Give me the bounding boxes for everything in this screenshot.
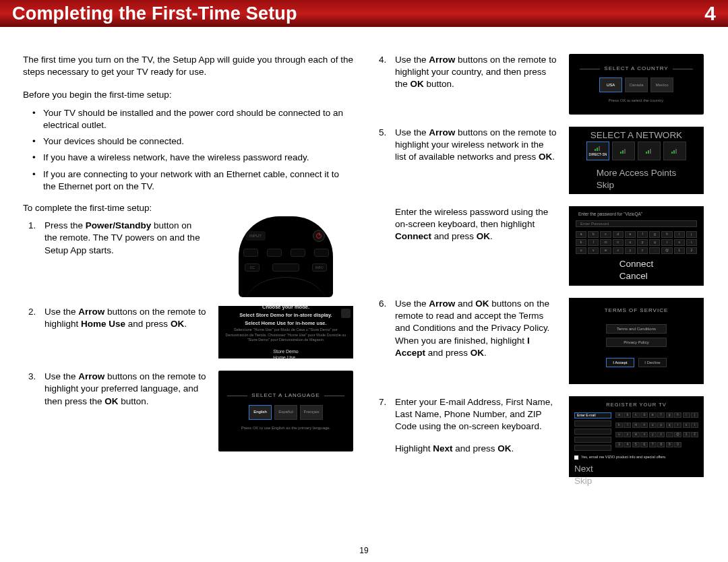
key: s	[683, 423, 690, 428]
key: q	[666, 423, 673, 428]
before-lead: Before you begin the first-time setup:	[23, 89, 353, 101]
key: e	[625, 231, 636, 238]
power-icon	[313, 230, 325, 242]
key: l	[624, 423, 631, 428]
key: r	[661, 239, 672, 246]
key: @	[661, 247, 672, 254]
country-canada: Canada	[625, 77, 648, 92]
checkbox-icon	[574, 456, 578, 460]
key: 2	[686, 247, 697, 254]
lang-english: English	[249, 405, 272, 420]
step-1: 1. Press the Power/Standby button on the…	[35, 220, 353, 294]
select-language-screenshot: SELECT A LANGUAGE English Español França…	[218, 371, 353, 451]
key: 7	[649, 442, 657, 447]
key: p	[637, 239, 648, 246]
key: w	[600, 247, 611, 254]
key: t	[686, 239, 697, 246]
left-column: The first time you turn on the TV, the S…	[23, 54, 353, 489]
page-number: 19	[359, 546, 368, 555]
key: f	[657, 412, 665, 418]
lang-espanol: Español	[274, 405, 297, 420]
key: n	[640, 423, 648, 428]
key: j	[691, 412, 698, 418]
steps-list-right: 4. Use the Arrow buttons on the remote t…	[373, 54, 704, 477]
key: d	[613, 231, 624, 238]
key: .	[666, 432, 673, 437]
key: 5	[632, 442, 640, 447]
key: p	[657, 423, 665, 428]
wifi-icon	[595, 146, 601, 151]
key: 1	[674, 247, 685, 254]
key: 8	[657, 442, 665, 447]
remote-input-button: INPUT	[245, 231, 266, 241]
page-title: Completing the First-Time Setup	[12, 3, 297, 24]
key: w	[632, 432, 640, 437]
key: c	[600, 231, 611, 238]
lang-francais: Français	[300, 405, 323, 420]
key: q	[649, 239, 660, 246]
key: k	[615, 423, 623, 428]
step-7: 7. Enter your E-mail Address, First Name…	[386, 396, 704, 477]
key: a	[615, 412, 623, 418]
key: y	[649, 432, 657, 437]
key: d	[640, 412, 648, 418]
steps-list-left: 1. Press the Power/Standby button on the…	[23, 220, 353, 451]
key: u	[615, 432, 623, 437]
prereq-list: Your TV should be installed and the powe…	[23, 107, 353, 193]
key: c	[632, 412, 640, 418]
onscreen-keyboard: abcdefghijklmnopqrstuvwxyz.@12	[576, 231, 697, 254]
key: 4	[624, 442, 631, 447]
wifi-icon	[646, 148, 653, 154]
key: j	[686, 231, 697, 238]
key: x	[613, 247, 624, 254]
energy-badge-icon	[341, 309, 351, 318]
key: g	[666, 412, 673, 418]
step-6: 6. Use the Arrow and OK buttons on the r…	[386, 298, 704, 384]
step-2: 2. Use the Arrow buttons on the remote t…	[35, 306, 353, 358]
key: f	[637, 231, 648, 238]
key: g	[649, 231, 660, 238]
key: x	[640, 432, 648, 437]
key: 9	[666, 442, 673, 447]
chapter-number: 4	[704, 2, 716, 25]
step-3: 3. Use the Arrow buttons on the remote t…	[35, 371, 353, 451]
step-4: 4. Use the Arrow buttons on the remote t…	[386, 54, 704, 115]
key: v	[624, 432, 631, 437]
register-tv-screenshot: REGISTER YOUR TV Enter E-mail abcdefghij…	[569, 396, 704, 477]
onscreen-keyboard: abcdefghijklmnopqrstuvwxyz.@1234567890	[615, 412, 698, 451]
right-column: 4. Use the Arrow buttons on the remote t…	[373, 54, 704, 489]
password-field: Enter Password	[576, 220, 697, 227]
network-option: DIRECT-SN	[586, 142, 609, 160]
key: z	[657, 432, 665, 437]
key: h	[661, 231, 672, 238]
key: t	[691, 423, 698, 428]
country-mexico: Mexico	[650, 77, 673, 92]
key: m	[600, 239, 611, 246]
key: n	[613, 239, 624, 246]
key: b	[624, 412, 631, 418]
country-usa: USA	[599, 77, 622, 92]
prereq-item: Your devices should be connected.	[35, 135, 353, 148]
complete-lead: To complete the first-time setup:	[23, 202, 353, 214]
wifi-icon	[620, 148, 627, 154]
choose-mode-screenshot: Choose your mode. Select Store Demo for …	[218, 306, 353, 358]
terms-screenshot: TERMS OF SERVICE Terms and Conditions Pr…	[569, 298, 704, 384]
chapter-header: Completing the First-Time Setup 4	[0, 0, 728, 27]
key: l	[588, 239, 599, 246]
key: r	[674, 423, 681, 428]
key: 3	[615, 442, 623, 447]
key: s	[674, 239, 685, 246]
remote-image: INPUT CC INFO	[218, 220, 353, 294]
key: h	[674, 412, 681, 418]
prereq-item: If you are connecting to your network wi…	[35, 168, 353, 193]
key: .	[649, 247, 660, 254]
wifi-icon	[671, 148, 678, 154]
intro-text: The first time you turn on the TV, the S…	[23, 54, 353, 78]
content-area: The first time you turn on the TV, the S…	[0, 27, 728, 496]
key: y	[625, 247, 636, 254]
key: e	[649, 412, 657, 418]
home-use-button: Home Use	[273, 354, 298, 361]
key: v	[588, 247, 599, 254]
key: m	[632, 423, 640, 428]
store-demo-button: Store Demo	[273, 348, 298, 354]
